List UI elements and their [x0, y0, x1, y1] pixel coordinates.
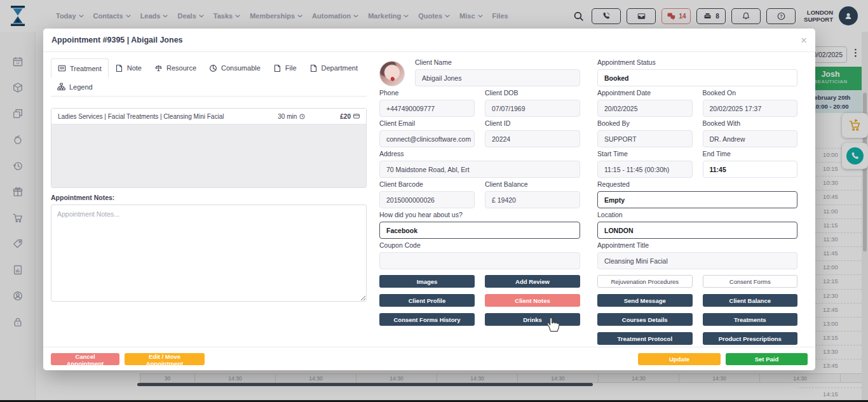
tab-note[interactable]: Note [109, 58, 148, 77]
requested-label: Requested [597, 180, 797, 189]
appointment-column: Appointment Status Booked Appointment Da… [597, 58, 797, 345]
appointment-status-label: Appointment Status [597, 58, 797, 67]
coupon-code-label: Coupon Code [379, 241, 580, 250]
treatment-icon [58, 64, 66, 72]
resource-scales-icon [154, 64, 163, 72]
client-id-field[interactable]: 20224 [485, 130, 580, 147]
appointment-action-button[interactable]: Treatments [703, 313, 798, 326]
close-icon[interactable]: × [801, 35, 807, 46]
requested-select[interactable]: Empty [597, 191, 797, 208]
client-action-button[interactable]: Drinks [485, 313, 580, 326]
tab-legend[interactable]: Legend [51, 77, 99, 96]
client-action-button[interactable]: Images [379, 275, 475, 288]
modal-tabs: Treatment Note Resource Consumable File [51, 58, 367, 97]
treatment-panel-body [51, 124, 366, 187]
treatment-list-panel: Ladies Services | Facial Treatments | Cl… [51, 108, 367, 188]
appointment-status-field[interactable]: Booked [597, 69, 797, 86]
legend-sitemap-icon [57, 83, 65, 91]
appointment-title-field[interactable]: Cleansing Mini Facial [597, 252, 797, 269]
treatment-row[interactable]: Ladies Services | Facial Treatments | Cl… [51, 109, 366, 124]
location-select[interactable]: LONDON [597, 222, 797, 239]
client-balance-field[interactable]: £ 19420 [485, 191, 580, 208]
client-name-field[interactable]: Abigail Jones [415, 69, 580, 86]
appointment-date-field[interactable]: 20/02/2025 [597, 100, 693, 117]
booked-on-field[interactable]: 20/02/2025 17:37 [703, 100, 798, 117]
appointment-title-label: Appointment Title [597, 241, 797, 250]
booked-with-label: Booked With [703, 119, 798, 128]
appointment-notes-label: Appointment Notes: [51, 194, 367, 201]
appointment-action-button[interactable]: Send Message [597, 294, 693, 307]
treatment-price: £20 [340, 113, 360, 120]
appointment-action-button[interactable]: Product Prescriptions [703, 332, 798, 345]
booked-by-label: Booked By [597, 119, 693, 128]
set-paid-button[interactable]: Set Paid [726, 353, 808, 365]
appointment-modal: Appointment #9395 | Abigail Jones × Trea… [43, 29, 815, 370]
client-dob-label: Client DOB [485, 89, 580, 97]
edit-move-appointment-button[interactable]: Edit / Move Appointment [125, 353, 205, 365]
end-time-label: End Time [703, 150, 798, 158]
client-action-button[interactable]: Consent Forms History [379, 313, 475, 326]
treatment-duration: 30 min [278, 113, 305, 120]
app-screen: Today Contacts Leads Deals [0, 0, 868, 402]
file-icon [273, 64, 281, 72]
client-id-label: Client ID [485, 119, 580, 128]
modal-footer: Cancel Appointment Edit / Move Appointme… [43, 347, 815, 370]
referral-source-select[interactable]: Facebook [379, 222, 580, 239]
note-icon [115, 64, 123, 72]
location-label: Location [597, 211, 797, 219]
booked-on-label: Booked On [703, 89, 798, 97]
client-dob-field[interactable]: 07/07/1969 [485, 100, 580, 117]
start-time-field[interactable]: 11:15 - 11:45 (00:30h) [597, 161, 693, 178]
referral-source-label: How did you hear about us? [379, 211, 580, 219]
treatment-name: Ladies Services | Facial Treatments | Cl… [58, 113, 278, 120]
client-name-label: Client Name [415, 58, 580, 67]
client-action-button[interactable]: Client Notes [485, 294, 580, 307]
appointment-action-button[interactable]: Treatment Protocol [597, 332, 693, 345]
client-email-label: Client Email [379, 119, 475, 128]
client-email-field[interactable]: connect@clinicsoftware.com [379, 130, 475, 147]
cancel-appointment-button[interactable]: Cancel Appointment [51, 353, 119, 365]
tab-department[interactable]: Department [303, 58, 364, 77]
client-balance-label: Client Balance [485, 180, 580, 189]
department-icon [309, 64, 318, 72]
appointment-action-button[interactable]: Rejuvenation Procedures [597, 275, 693, 288]
client-column: Client Name Abigail Jones Phone +4474900… [379, 58, 580, 326]
client-action-button[interactable]: Client Profile [379, 294, 475, 307]
modal-title: Appointment #9395 | Abigail Jones [51, 36, 183, 44]
booked-by-field[interactable]: SUPPORT [597, 130, 693, 147]
appointment-action-button[interactable]: Courses Details [597, 313, 693, 326]
appointment-actions: Rejuvenation Procedures Consent Forms Se… [597, 275, 797, 345]
tab-resource[interactable]: Resource [148, 58, 203, 77]
tab-treatment[interactable]: Treatment [51, 58, 109, 78]
tab-file[interactable]: File [267, 58, 303, 77]
appointment-notes-input[interactable] [51, 204, 367, 302]
client-action-button[interactable]: Add Review [485, 275, 580, 288]
appointment-action-button[interactable]: Client Balance [703, 294, 798, 307]
tab-consumable[interactable]: Consumable [203, 58, 267, 77]
client-photo[interactable] [379, 61, 405, 86]
update-button[interactable]: Update [638, 353, 721, 365]
consumable-icon [209, 64, 217, 72]
appointment-date-label: Appointment Date [597, 89, 693, 97]
client-actions: Images Add Review Client Profile Client … [379, 275, 580, 326]
card-icon [353, 114, 360, 119]
client-barcode-label: Client Barcode [379, 180, 475, 189]
appointment-action-button[interactable]: Consent Forms [703, 275, 798, 288]
coupon-code-field[interactable] [379, 252, 580, 269]
client-barcode-field[interactable]: 2015000000026 [379, 191, 475, 208]
client-head-row: Client Name Abigail Jones [379, 58, 580, 86]
modal-header: Appointment #9395 | Abigail Jones × [43, 29, 815, 52]
address-field[interactable]: 70 Maidstone Road, Abl, Ert [379, 161, 580, 178]
clock-icon [299, 114, 305, 119]
start-time-label: Start Time [597, 150, 693, 158]
treatment-column: Treatment Note Resource Consumable File [51, 58, 367, 304]
address-label: Address [379, 150, 580, 158]
phone-label: Phone [379, 89, 475, 97]
end-time-field[interactable]: 11:45 [703, 161, 798, 178]
booked-with-field[interactable]: DR. Andrew [703, 130, 798, 147]
phone-field[interactable]: +447490009777 [379, 100, 475, 117]
